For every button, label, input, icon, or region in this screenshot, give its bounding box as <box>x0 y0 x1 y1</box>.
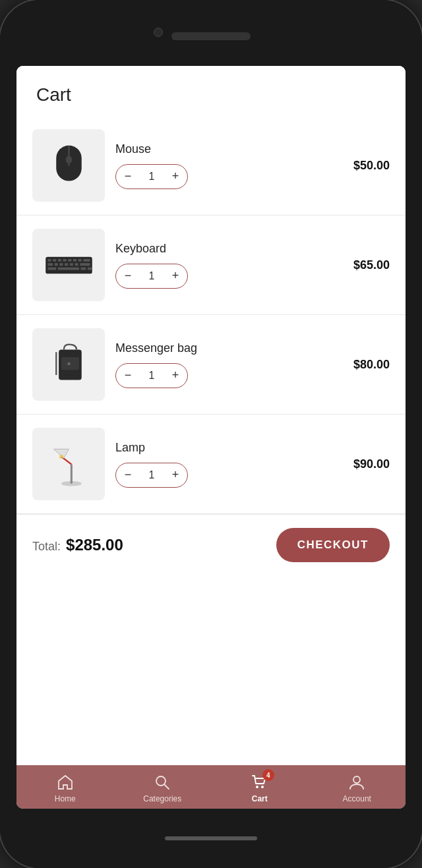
qty-value-bag: 1 <box>140 370 164 382</box>
total-label: Total: <box>32 540 61 554</box>
svg-rect-13 <box>54 263 57 266</box>
nav-item-account[interactable]: Account <box>334 773 380 803</box>
svg-rect-10 <box>78 258 81 261</box>
svg-point-34 <box>256 786 258 788</box>
svg-rect-21 <box>80 267 86 270</box>
item-name-bag: Messenger bag <box>115 341 326 355</box>
nav-label-cart: Cart <box>252 794 268 803</box>
checkout-button[interactable]: CHECKOUT <box>276 528 390 562</box>
svg-point-36 <box>353 776 360 783</box>
svg-rect-8 <box>68 258 71 261</box>
quantity-control-mouse: − 1 + <box>115 164 188 189</box>
item-price-section-lamp: $90.00 <box>337 457 390 471</box>
nav-label-home: Home <box>55 794 76 803</box>
item-details-keyboard: Keyboard − 1 + <box>115 242 326 289</box>
item-name-lamp: Lamp <box>115 441 326 455</box>
svg-line-33 <box>164 784 169 789</box>
phone-screen: Cart Mouse − <box>16 66 406 809</box>
home-icon <box>56 773 75 792</box>
item-image-keyboard <box>32 229 105 301</box>
increase-bag[interactable]: + <box>164 364 187 388</box>
cart-items-list: Mouse − 1 + $50.00 <box>16 116 406 514</box>
qty-value-keyboard: 1 <box>140 270 164 282</box>
item-details-lamp: Lamp − 1 + <box>115 441 326 488</box>
phone-speaker <box>171 32 251 40</box>
cart-badge: 4 <box>262 769 274 781</box>
total-section: Total: $285.00 <box>32 536 123 554</box>
item-price-bag: $80.00 <box>353 358 390 372</box>
svg-point-31 <box>59 454 63 458</box>
svg-rect-7 <box>63 258 66 261</box>
decrease-keyboard[interactable]: − <box>116 264 140 288</box>
svg-rect-5 <box>53 258 56 261</box>
nav-label-categories: Categories <box>143 794 181 803</box>
cart-item-bag: Messenger bag − 1 + $80.00 <box>16 315 406 415</box>
bottom-nav: Home Categories 4 <box>16 765 406 809</box>
item-details-mouse: Mouse − 1 + <box>115 142 326 189</box>
svg-rect-11 <box>83 258 90 261</box>
svg-point-2 <box>65 156 71 163</box>
svg-rect-4 <box>47 258 51 261</box>
account-icon <box>347 773 366 792</box>
item-name-keyboard: Keyboard <box>115 242 326 256</box>
item-name-mouse: Mouse <box>115 142 326 156</box>
item-price-section-bag: $80.00 <box>337 358 390 372</box>
nav-item-cart[interactable]: 4 Cart <box>237 773 283 803</box>
cart-icon: 4 <box>251 773 269 792</box>
phone-camera <box>154 28 163 37</box>
svg-rect-6 <box>57 258 61 261</box>
phone-frame: Cart Mouse − <box>0 0 422 868</box>
item-details-bag: Messenger bag − 1 + <box>115 341 326 388</box>
svg-rect-17 <box>75 263 78 266</box>
cart-header: Cart <box>16 66 406 116</box>
item-image-mouse <box>32 129 105 202</box>
app-content: Cart Mouse − <box>16 66 406 765</box>
cart-item-lamp: Lamp − 1 + $90.00 <box>16 415 406 514</box>
qty-value-mouse: 1 <box>140 171 164 183</box>
cart-item-keyboard: Keyboard − 1 + $65.00 <box>16 216 406 315</box>
svg-rect-22 <box>87 267 91 270</box>
svg-rect-14 <box>59 263 63 266</box>
search-icon <box>153 773 171 792</box>
quantity-control-bag: − 1 + <box>115 363 188 388</box>
nav-item-categories[interactable]: Categories <box>139 773 185 803</box>
svg-rect-20 <box>57 267 78 270</box>
phone-bottom-bar <box>0 809 422 868</box>
increase-keyboard[interactable]: + <box>164 264 187 288</box>
phone-top-bar <box>0 0 422 66</box>
item-image-bag <box>32 328 105 401</box>
svg-rect-19 <box>47 267 56 270</box>
cart-footer: Total: $285.00 CHECKOUT <box>16 514 406 575</box>
item-price-section-keyboard: $65.00 <box>337 258 390 272</box>
item-price-section-mouse: $50.00 <box>337 159 390 173</box>
quantity-control-keyboard: − 1 + <box>115 264 188 289</box>
qty-value-lamp: 1 <box>140 469 164 481</box>
item-image-lamp <box>32 428 105 500</box>
item-price-keyboard: $65.00 <box>353 258 390 272</box>
svg-point-35 <box>261 786 264 788</box>
decrease-bag[interactable]: − <box>116 364 140 388</box>
increase-mouse[interactable]: + <box>164 165 187 188</box>
page-title: Cart <box>36 84 386 105</box>
svg-rect-15 <box>65 263 68 266</box>
svg-rect-12 <box>47 263 53 266</box>
nav-item-home[interactable]: Home <box>42 773 88 803</box>
total-amount: $285.00 <box>66 536 123 554</box>
quantity-control-lamp: − 1 + <box>115 463 188 488</box>
item-price-mouse: $50.00 <box>353 159 390 173</box>
phone-home-indicator <box>165 836 257 840</box>
svg-rect-18 <box>80 263 90 266</box>
increase-lamp[interactable]: + <box>164 463 187 487</box>
decrease-mouse[interactable]: − <box>116 165 140 188</box>
svg-rect-16 <box>69 263 73 266</box>
cart-item-mouse: Mouse − 1 + $50.00 <box>16 116 406 216</box>
decrease-lamp[interactable]: − <box>116 463 140 487</box>
svg-rect-9 <box>73 258 76 261</box>
item-price-lamp: $90.00 <box>353 457 390 471</box>
svg-point-26 <box>67 362 71 365</box>
nav-label-account: Account <box>343 794 371 803</box>
